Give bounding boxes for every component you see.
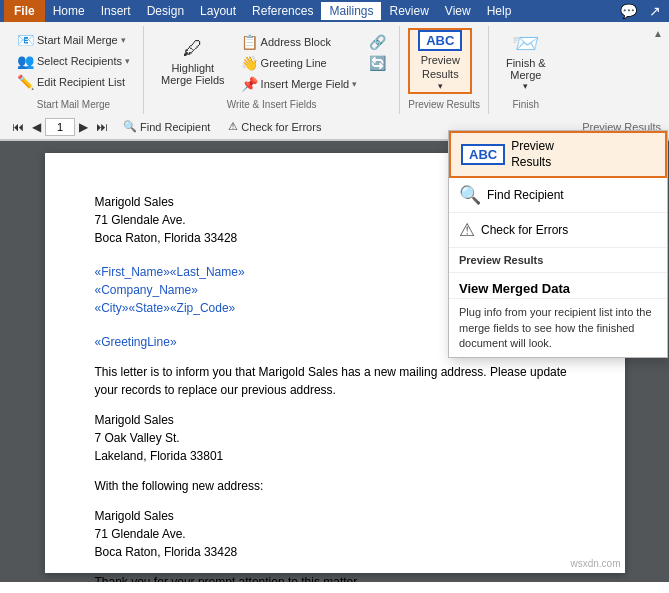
ribbon: 📧 Start Mail Merge ▾ 👥 Select Recipients… <box>0 22 669 141</box>
merge-extra-buttons: 🔗 🔄 <box>364 28 391 73</box>
menu-right-icons: 💬 ↗ <box>616 3 665 19</box>
address-block-icon: 📋 <box>241 34 258 50</box>
ribbon-group-finish: 📨 Finish &Merge ▾ Finish <box>489 26 563 114</box>
old-address-block: Marigold Sales 71 Glendale Ave. Boca Rat… <box>95 507 575 561</box>
menu-layout[interactable]: Layout <box>192 2 244 20</box>
comments-icon[interactable]: 💬 <box>616 3 641 19</box>
menu-view[interactable]: View <box>437 2 479 20</box>
find-recipient-button[interactable]: 🔍 Find Recipient <box>116 117 217 136</box>
menu-design[interactable]: Design <box>139 2 192 20</box>
menu-insert[interactable]: Insert <box>93 2 139 20</box>
greeting-line-icon: 👋 <box>241 55 258 71</box>
watermark: wsxdn.com <box>570 556 620 571</box>
finish-icon: 📨 <box>512 31 539 57</box>
old-addr-line1: 71 Glendale Ave. <box>95 525 575 543</box>
group2-label: Write & Insert Fields <box>152 97 391 110</box>
start-mail-merge-buttons: 📧 Start Mail Merge ▾ 👥 Select Recipients… <box>12 28 135 92</box>
share-icon[interactable]: ↗ <box>645 3 665 19</box>
dropdown-section-label: Preview Results <box>449 248 667 273</box>
menu-mailings[interactable]: Mailings <box>321 2 381 20</box>
update-labels-button[interactable]: 🔄 <box>364 53 391 73</box>
group3-label: Preview Results <box>408 97 480 110</box>
menu-bar: File Home Insert Design Layout Reference… <box>0 0 669 22</box>
preview-results-button[interactable]: ABC PreviewResults ▾ <box>408 28 472 94</box>
new-addr-line2: Lakeland, Florida 33801 <box>95 447 575 465</box>
ribbon-group-write-insert: 🖊 HighlightMerge Fields 📋 Address Block … <box>144 26 400 114</box>
menu-review[interactable]: Review <box>381 2 436 20</box>
nav-prev-button[interactable]: ◀ <box>28 119 45 135</box>
dropdown-find-icon: 🔍 <box>459 184 481 206</box>
dropdown-find-label: Find Recipient <box>487 188 564 202</box>
body-paragraph-3: Thank you for your prompt attention to t… <box>95 573 575 582</box>
new-address-block: Marigold Sales 7 Oak Valley St. Lakeland… <box>95 411 575 465</box>
dropdown-preview-label: Preview Results <box>511 139 554 170</box>
abc-icon-dropdown: ABC <box>461 144 505 165</box>
nav-next-button[interactable]: ▶ <box>75 119 92 135</box>
recipients-icon: 👥 <box>17 53 34 69</box>
ribbon-collapse-button[interactable]: ▲ <box>651 26 665 41</box>
match-icon: 🔗 <box>369 34 386 50</box>
find-icon: 🔍 <box>123 120 137 133</box>
dropdown-arrow2: ▾ <box>125 56 130 66</box>
dropdown-arrow3: ▾ <box>352 79 357 89</box>
abc-large-icon: ABC <box>418 30 462 51</box>
body-paragraph-2: With the following new address: <box>95 477 575 495</box>
dropdown-check-label: Check for Errors <box>481 223 568 237</box>
address-block-button[interactable]: 📋 Address Block <box>236 32 363 52</box>
check-icon: ⚠ <box>228 120 238 133</box>
group1-label: Start Mail Merge <box>12 97 135 110</box>
company-name-3: Marigold Sales <box>95 507 575 525</box>
nav-arrows: ⏮ ◀ ▶ ⏭ <box>8 118 112 136</box>
nav-first-button[interactable]: ⏮ <box>8 119 28 135</box>
insert-field-icon: 📌 <box>241 76 258 92</box>
dropdown-preview-results-item[interactable]: ABC Preview Results <box>449 131 667 178</box>
greeting-line-button[interactable]: 👋 Greeting Line <box>236 53 363 73</box>
company-name-2: Marigold Sales <box>95 411 575 429</box>
nav-last-button[interactable]: ⏭ <box>92 119 112 135</box>
insert-merge-field-button[interactable]: 📌 Insert Merge Field ▾ <box>236 74 363 94</box>
menu-help[interactable]: Help <box>479 2 520 20</box>
ribbon-group-preview: ABC PreviewResults ▾ Preview Results <box>400 26 489 114</box>
view-merged-desc: Plug info from your recipient list into … <box>449 299 667 357</box>
menu-references[interactable]: References <box>244 2 321 20</box>
view-merged-title: View Merged Data <box>449 273 667 299</box>
dropdown-find-recipient-item[interactable]: 🔍 Find Recipient <box>449 178 667 213</box>
file-menu-button[interactable]: File <box>4 0 45 22</box>
finish-dropdown-arrow: ▾ <box>523 81 528 91</box>
dropdown-arrow4: ▾ <box>438 81 443 92</box>
finish-merge-button[interactable]: 📨 Finish &Merge ▾ <box>497 28 555 94</box>
new-addr-line1: 7 Oak Valley St. <box>95 429 575 447</box>
page-number-input[interactable] <box>45 118 75 136</box>
edit-list-icon: ✏️ <box>17 74 34 90</box>
edit-recipient-list-button[interactable]: ✏️ Edit Recipient List <box>12 72 135 92</box>
dropdown-check-errors-item[interactable]: ⚠ Check for Errors <box>449 213 667 248</box>
start-mail-merge-button[interactable]: 📧 Start Mail Merge ▾ <box>12 30 135 50</box>
check-errors-button[interactable]: ⚠ Check for Errors <box>221 117 328 136</box>
update-icon: 🔄 <box>369 55 386 71</box>
body-paragraph-1: This letter is to inform you that Marigo… <box>95 363 575 399</box>
old-addr-line2: Boca Raton, Florida 33428 <box>95 543 575 561</box>
preview-results-dropdown: ABC Preview Results 🔍 Find Recipient ⚠ C… <box>448 130 668 358</box>
highlight-merge-fields-button[interactable]: 🖊 HighlightMerge Fields <box>152 28 234 94</box>
mail-merge-icon: 📧 <box>17 32 34 48</box>
match-fields-button[interactable]: 🔗 <box>364 32 391 52</box>
group4-label: Finish <box>497 97 555 110</box>
menu-home[interactable]: Home <box>45 2 93 20</box>
ribbon-group-start-mail-merge: 📧 Start Mail Merge ▾ 👥 Select Recipients… <box>4 26 144 114</box>
select-recipients-button[interactable]: 👥 Select Recipients ▾ <box>12 51 135 71</box>
dropdown-check-icon: ⚠ <box>459 219 475 241</box>
dropdown-arrow: ▾ <box>121 35 126 45</box>
highlight-icon: 🖊 <box>183 37 203 60</box>
menu-items: Home Insert Design Layout References Mai… <box>45 2 520 20</box>
insert-fields-buttons: 📋 Address Block 👋 Greeting Line 📌 Insert… <box>236 28 363 94</box>
